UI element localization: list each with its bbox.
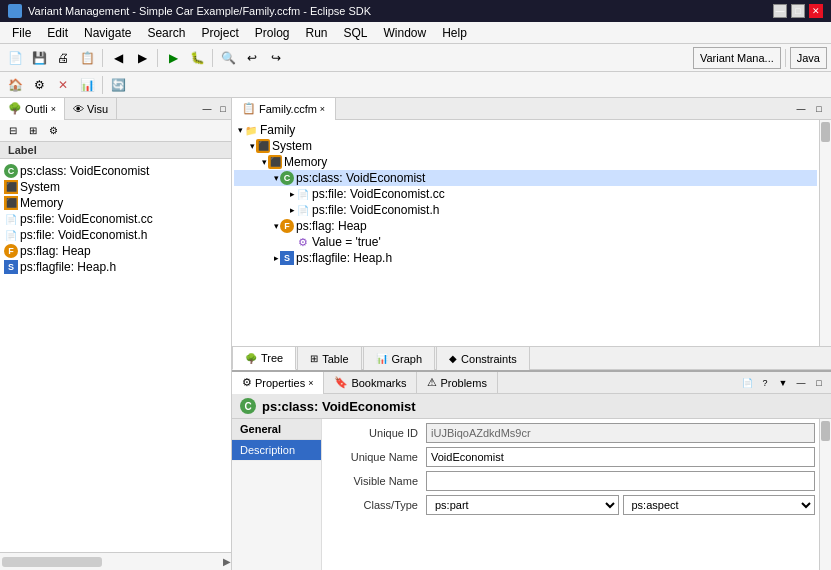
right-panel-minimize[interactable]: —	[793, 101, 809, 117]
left-hscroll-thumb[interactable]	[2, 557, 102, 567]
constraints-view-tab[interactable]: ◆ Constraints	[436, 346, 530, 370]
graph-view-tab[interactable]: 📊 Graph	[363, 346, 436, 370]
right-panel-maximize[interactable]: □	[811, 101, 827, 117]
menu-sql[interactable]: SQL	[336, 24, 376, 42]
bookmarks-tab[interactable]: 🔖 Bookmarks	[324, 372, 417, 394]
run-button[interactable]: ▶	[162, 47, 184, 69]
rt-system[interactable]: ▾ ⬛ System	[234, 138, 817, 154]
menu-project[interactable]: Project	[193, 24, 246, 42]
search-button[interactable]: 🔍	[217, 47, 239, 69]
memory-collapse[interactable]: ▾	[262, 157, 267, 167]
new-button[interactable]: 📄	[4, 47, 26, 69]
unique-id-input[interactable]	[426, 423, 815, 443]
back-button[interactable]: ◀	[107, 47, 129, 69]
variant-manage-button[interactable]: Variant Mana...	[693, 47, 781, 69]
rt-value-true[interactable]: ▸ ⚙ Value = 'true'	[234, 234, 817, 250]
flag-heap-collapse[interactable]: ▾	[274, 221, 279, 231]
java-button[interactable]: Java	[790, 47, 827, 69]
left-panel-minimize[interactable]: —	[199, 101, 215, 117]
print-button[interactable]: 🖨	[52, 47, 74, 69]
rt-file-h[interactable]: ▸ 📄 ps:file: VoidEconomist.h	[234, 202, 817, 218]
left-tree-item-class[interactable]: C ps:class: VoidEconomist	[0, 163, 231, 179]
props-description-item[interactable]: Description	[232, 440, 321, 461]
void-class-collapse[interactable]: ▾	[274, 173, 279, 183]
rt-family[interactable]: ▾ 📁 Family	[234, 122, 817, 138]
properties-tab[interactable]: ⚙ Properties ×	[232, 372, 324, 394]
maximize-button[interactable]: □	[791, 4, 805, 18]
close-button[interactable]: ✕	[809, 4, 823, 18]
expand-all-btn[interactable]: ⊞	[24, 122, 42, 140]
copy-button[interactable]: 📋	[76, 47, 98, 69]
props-tab-label: Properties	[255, 377, 305, 389]
visible-name-input[interactable]	[426, 471, 815, 491]
tree-view-tab[interactable]: 🌳 Tree	[232, 346, 296, 370]
unique-name-input[interactable]	[426, 447, 815, 467]
class-type-select1[interactable]: ps:part ps:class ps:flag	[426, 495, 619, 515]
save-button[interactable]: 💾	[28, 47, 50, 69]
outline-tab-close[interactable]: ×	[51, 104, 56, 114]
left-tree-item-system[interactable]: ⬛ System	[0, 179, 231, 195]
file-h-icon-right: 📄	[296, 203, 310, 217]
family-collapse[interactable]: ▾	[238, 125, 243, 135]
left-tree-item-file-h[interactable]: 📄 ps:file: VoidEconomist.h	[0, 227, 231, 243]
menu-search[interactable]: Search	[139, 24, 193, 42]
left-tree-item-file-cc[interactable]: 📄 ps:file: VoidEconomist.cc	[0, 211, 231, 227]
menu-navigate[interactable]: Navigate	[76, 24, 139, 42]
menu-file[interactable]: File	[4, 24, 39, 42]
table-view-tab[interactable]: ⊞ Table	[297, 346, 361, 370]
debug-button[interactable]: 🐛	[186, 47, 208, 69]
menu-edit[interactable]: Edit	[39, 24, 76, 42]
tb2-refresh[interactable]: 🔄	[107, 74, 129, 96]
left-settings-btn[interactable]: ⚙	[44, 122, 62, 140]
file-cc-collapse[interactable]: ▸	[290, 189, 295, 199]
outline-tab[interactable]: 🌳 Outli ×	[0, 98, 65, 120]
rt-memory[interactable]: ▾ ⬛ Memory	[234, 154, 817, 170]
menu-prolog[interactable]: Prolog	[247, 24, 298, 42]
family-tab[interactable]: 📋 Family.ccfm ×	[232, 98, 336, 120]
left-tree-item-memory[interactable]: ⬛ Memory	[0, 195, 231, 211]
left-tree-item-flag[interactable]: F ps:flag: Heap	[0, 243, 231, 259]
table-tab-label: Table	[322, 353, 348, 365]
props-new-btn[interactable]: 📄	[739, 375, 755, 391]
left-tree-item-flagfile[interactable]: S ps:flagfile: Heap.h	[0, 259, 231, 275]
system-icon-left: ⬛	[4, 180, 18, 194]
props-tab-close[interactable]: ×	[308, 378, 313, 388]
rt-void-class[interactable]: ▾ C ps:class: VoidEconomist	[234, 170, 817, 186]
props-help-btn[interactable]: ?	[757, 375, 773, 391]
menu-run[interactable]: Run	[297, 24, 335, 42]
visu-tab[interactable]: 👁 Visu	[65, 98, 117, 120]
left-scrollbar[interactable]: ▶	[0, 552, 231, 570]
collapse-all-btn[interactable]: ⊟	[4, 122, 22, 140]
right-vscroll-thumb[interactable]	[821, 122, 830, 142]
left-panel-maximize[interactable]: □	[215, 101, 231, 117]
forward-button[interactable]: ▶	[131, 47, 153, 69]
rt-file-cc[interactable]: ▸ 📄 ps:file: VoidEconomist.cc	[234, 186, 817, 202]
tb2-btn3[interactable]: ✕	[52, 74, 74, 96]
file-h-collapse[interactable]: ▸	[290, 205, 295, 215]
problems-tab[interactable]: ⚠ Problems	[417, 372, 497, 394]
minimize-button[interactable]: —	[773, 4, 787, 18]
value-icon: ⚙	[296, 235, 310, 249]
menu-window[interactable]: Window	[376, 24, 435, 42]
right-tree: ▾ 📁 Family ▾ ⬛ System ▾ ⬛ Memory	[232, 120, 819, 346]
props-vscroll[interactable]	[819, 419, 831, 570]
tb2-btn2[interactable]: ⚙	[28, 74, 50, 96]
system-collapse[interactable]: ▾	[250, 141, 255, 151]
class-type-select2[interactable]: ps:aspect ps:component ps:module	[623, 495, 816, 515]
menu-help[interactable]: Help	[434, 24, 475, 42]
rt-void-class-label: ps:class: VoidEconomist	[296, 171, 425, 185]
tb2-btn1[interactable]: 🏠	[4, 74, 26, 96]
props-maximize-btn[interactable]: □	[811, 375, 827, 391]
tb2-btn4[interactable]: 📊	[76, 74, 98, 96]
flagfile-collapse[interactable]: ▸	[274, 253, 279, 263]
rt-flag-heap[interactable]: ▾ F ps:flag: Heap	[234, 218, 817, 234]
props-scroll-thumb[interactable]	[821, 421, 830, 441]
right-vscroll[interactable]	[819, 120, 831, 346]
redo-button[interactable]: ↪	[265, 47, 287, 69]
undo-button[interactable]: ↩	[241, 47, 263, 69]
props-dropdown-btn[interactable]: ▼	[775, 375, 791, 391]
props-minimize-btn[interactable]: —	[793, 375, 809, 391]
family-tab-close[interactable]: ×	[320, 104, 325, 114]
bookmarks-tab-label: Bookmarks	[351, 377, 406, 389]
rt-flagfile[interactable]: ▸ S ps:flagfile: Heap.h	[234, 250, 817, 266]
